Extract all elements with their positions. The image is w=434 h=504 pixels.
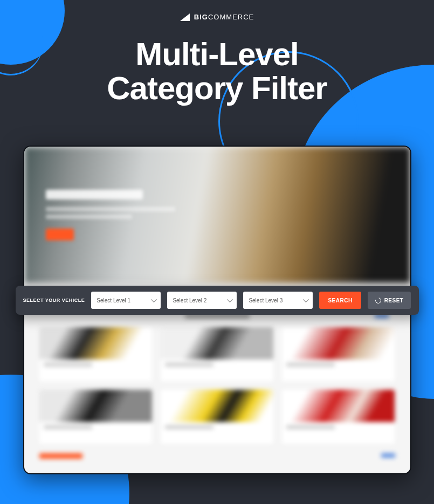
level3-select-text: Select Level 3 bbox=[249, 298, 283, 303]
category-card bbox=[282, 327, 395, 381]
page-title: Multi-Level Category Filter bbox=[0, 37, 434, 105]
level1-select-text: Select Level 1 bbox=[97, 298, 130, 303]
reset-button-label: RESET bbox=[384, 298, 404, 303]
category-card bbox=[282, 390, 395, 444]
level2-select[interactable]: Select Level 2 bbox=[167, 292, 237, 309]
vehicle-filter-bar: SELECT YOUR VEHICLE Select Level 1 Selec… bbox=[16, 286, 419, 315]
category-card bbox=[39, 390, 152, 444]
title-line1: Multi-Level bbox=[135, 36, 298, 72]
logo-triangle-icon bbox=[180, 13, 190, 21]
category-card bbox=[161, 390, 273, 444]
hero-subtext-placeholder bbox=[46, 215, 132, 219]
hero-content bbox=[46, 190, 175, 240]
category-card bbox=[161, 327, 273, 381]
offers-title-placeholder bbox=[39, 453, 82, 459]
category-card bbox=[39, 327, 152, 381]
search-button[interactable]: SEARCH bbox=[319, 292, 361, 309]
chevron-down-icon bbox=[151, 296, 157, 302]
chevron-down-icon bbox=[303, 296, 309, 302]
level1-select[interactable]: Select Level 1 bbox=[91, 292, 161, 309]
brand-bold: BIG bbox=[194, 13, 208, 21]
filter-label: SELECT YOUR VEHICLE bbox=[23, 298, 85, 303]
reset-button[interactable]: RESET bbox=[368, 292, 411, 309]
hero-heading-placeholder bbox=[46, 190, 143, 199]
level3-select[interactable]: Select Level 3 bbox=[243, 292, 313, 309]
level2-select-text: Select Level 2 bbox=[173, 298, 206, 303]
brand-thin: COMMERCE bbox=[208, 13, 254, 21]
brand-logo: BIGCOMMERCE bbox=[0, 0, 434, 21]
title-line2: Category Filter bbox=[107, 70, 327, 106]
reset-icon bbox=[374, 296, 382, 304]
hero-subtext-placeholder bbox=[46, 207, 175, 211]
offers-link-placeholder bbox=[381, 453, 395, 458]
hero-cta-placeholder bbox=[46, 229, 74, 240]
chevron-down-icon bbox=[227, 296, 233, 302]
